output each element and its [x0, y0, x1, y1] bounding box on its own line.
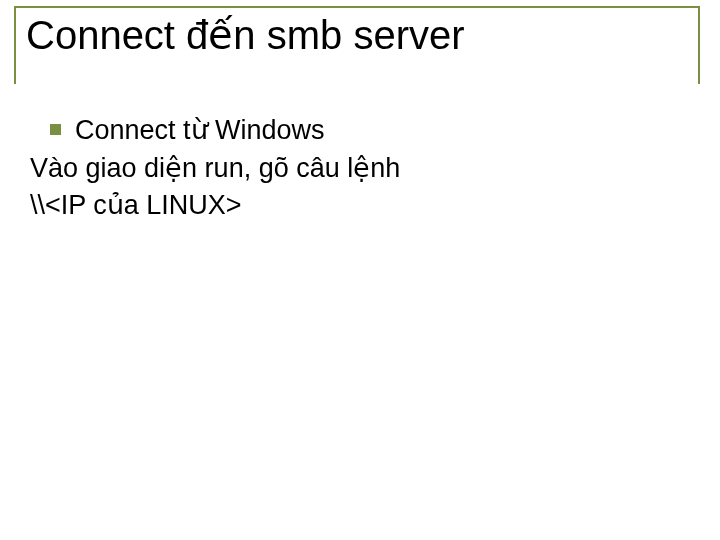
square-bullet-icon [50, 124, 61, 135]
slide-body: Connect từ Windows Vào giao diện run, gõ… [28, 112, 680, 223]
bullet-text: Connect từ Windows [75, 112, 325, 148]
bullet-item: Connect từ Windows [28, 112, 680, 148]
body-line: \\<IP của LINUX> [28, 187, 680, 223]
slide-title: Connect đến smb server [26, 14, 465, 56]
slide: Connect đến smb server Connect từ Window… [0, 0, 720, 540]
body-line: Vào giao diện run, gõ câu lệnh [28, 150, 680, 186]
title-container: Connect đến smb server [22, 14, 471, 56]
